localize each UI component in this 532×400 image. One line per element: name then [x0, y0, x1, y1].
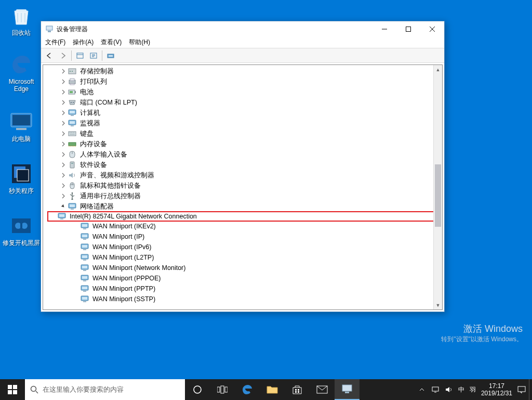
- tree-device-item[interactable]: WAN Miniport (PPTP): [72, 283, 442, 294]
- svg-rect-59: [83, 260, 86, 261]
- tray-clock[interactable]: 17:17 2019/12/31: [481, 382, 512, 397]
- menubar: 文件(F) 操作(A) 查看(V) 帮助(H): [41, 37, 444, 48]
- tray-network-icon[interactable]: [431, 385, 440, 394]
- tree-device-item[interactable]: WAN Miniport (L2TP): [72, 252, 442, 263]
- svg-rect-65: [83, 280, 86, 281]
- category-label: 人体学输入设备: [79, 150, 128, 159]
- start-button[interactable]: [0, 379, 25, 400]
- scan-button[interactable]: [104, 50, 117, 61]
- scrollbar-thumb[interactable]: [435, 164, 441, 227]
- menu-view[interactable]: 查看(V): [101, 38, 122, 47]
- taskbar-search[interactable]: 在这里输入你要搜索的内容: [25, 379, 185, 400]
- svg-rect-83: [295, 391, 297, 393]
- close-button[interactable]: [420, 21, 444, 37]
- svg-rect-34: [69, 132, 76, 136]
- scroll-down-button[interactable]: ▼: [434, 301, 442, 309]
- chevron-right-icon[interactable]: [60, 88, 67, 96]
- taskbar-device-manager[interactable]: [335, 379, 360, 400]
- svg-rect-68: [83, 291, 86, 292]
- desktop-icon-edge[interactable]: Microsoft Edge: [2, 53, 41, 93]
- tree-device-item[interactable]: Intel(R) 82574L Gigabit Network Connecti…: [47, 211, 442, 222]
- action-center-icon[interactable]: [517, 385, 526, 394]
- chevron-right-icon[interactable]: [60, 182, 67, 189]
- show-hidden-button[interactable]: [74, 50, 86, 61]
- task-view-button[interactable]: [210, 379, 235, 400]
- tree-category[interactable]: 存储控制器: [60, 66, 442, 76]
- desktop-icon-recycle-bin[interactable]: 回收站: [2, 4, 41, 36]
- chevron-right-icon[interactable]: [60, 120, 67, 127]
- svg-rect-47: [60, 218, 63, 220]
- desktop-icon-shutdown-app[interactable]: 秒关程序: [2, 162, 41, 195]
- tree-category[interactable]: 软件设备: [60, 160, 442, 170]
- chevron-right-icon[interactable]: [60, 161, 67, 169]
- tree-category[interactable]: 声音、视频和游戏控制器: [60, 170, 442, 180]
- tray-ime[interactable]: 中: [458, 385, 464, 394]
- desktop-icon-this-pc[interactable]: 此电脑: [2, 110, 41, 143]
- chevron-down-icon[interactable]: [60, 203, 67, 210]
- category-icon: [68, 109, 76, 117]
- tree-category[interactable]: 打印队列: [60, 76, 442, 87]
- tree-device-item[interactable]: WAN Miniport (Network Monitor): [72, 263, 442, 273]
- svg-rect-24: [75, 91, 76, 93]
- back-button[interactable]: [43, 50, 56, 61]
- minimize-button[interactable]: [373, 21, 396, 37]
- tree-category[interactable]: 电池: [60, 87, 442, 97]
- chevron-right-icon[interactable]: [60, 172, 67, 179]
- menu-action[interactable]: 操作(A): [73, 38, 94, 47]
- tree-category[interactable]: 键盘: [60, 128, 442, 139]
- svg-rect-81: [295, 389, 297, 391]
- tree-device-item[interactable]: WAN Miniport (IP): [72, 231, 442, 242]
- tree-device-item[interactable]: WAN Miniport (PPPOE): [72, 273, 442, 283]
- chevron-right-icon[interactable]: [60, 78, 67, 85]
- svg-rect-88: [432, 387, 438, 391]
- chevron-right-icon[interactable]: [60, 140, 67, 148]
- properties-button[interactable]: [87, 50, 100, 61]
- tree-category[interactable]: 鼠标和其他指针设备: [60, 180, 442, 191]
- tray-chevron-icon[interactable]: [418, 385, 426, 394]
- vertical-scrollbar[interactable]: ▲ ▼: [433, 65, 442, 309]
- desktop-icon-fix-blackscreen[interactable]: 修复开机黑屏: [2, 214, 41, 247]
- chevron-right-icon[interactable]: [60, 130, 67, 137]
- tree-category[interactable]: 监视器: [60, 118, 442, 128]
- svg-rect-35: [69, 143, 76, 146]
- taskbar-store[interactable]: [285, 379, 310, 400]
- category-icon: [68, 171, 76, 179]
- menu-help[interactable]: 帮助(H): [129, 38, 150, 47]
- taskbar-mail[interactable]: [310, 379, 335, 400]
- tree-category[interactable]: 内存设备: [60, 139, 442, 149]
- tree-device-item[interactable]: WAN Miniport (IPv6): [72, 242, 442, 252]
- cortana-button[interactable]: [185, 379, 210, 400]
- show-desktop-button[interactable]: [529, 379, 532, 400]
- svg-point-77: [194, 386, 201, 393]
- forward-button[interactable]: [57, 50, 69, 61]
- tree-category[interactable]: 人体学输入设备: [60, 149, 442, 160]
- category-icon: [68, 88, 76, 96]
- scroll-up-button[interactable]: ▲: [434, 65, 442, 74]
- system-tray: 中 羽 17:17 2019/12/31: [415, 379, 529, 400]
- maximize-button[interactable]: [396, 21, 420, 37]
- this-pc-icon: [10, 110, 33, 133]
- device-tree[interactable]: 存储控制器打印队列电池端口 (COM 和 LPT)计算机监视器键盘内存设备人体学…: [43, 65, 442, 309]
- tree-category[interactable]: 通用串行总线控制器: [60, 191, 442, 201]
- chevron-right-icon[interactable]: [60, 68, 67, 75]
- tree-device-item[interactable]: WAN Miniport (SSTP): [72, 294, 442, 304]
- tree-category[interactable]: 计算机: [60, 108, 442, 118]
- tray-volume-icon[interactable]: [445, 385, 453, 394]
- category-icon: [68, 202, 76, 211]
- svg-point-26: [71, 102, 72, 103]
- taskbar-edge[interactable]: [235, 379, 260, 400]
- svg-rect-64: [82, 276, 87, 279]
- chevron-right-icon[interactable]: [60, 99, 67, 106]
- chevron-right-icon[interactable]: [60, 151, 67, 158]
- chevron-right-icon[interactable]: [60, 109, 67, 117]
- category-icon: [68, 140, 76, 148]
- menu-file[interactable]: 文件(F): [45, 38, 65, 47]
- titlebar[interactable]: 设备管理器: [41, 21, 444, 37]
- chevron-right-icon[interactable]: [60, 192, 67, 200]
- tree-category[interactable]: 端口 (COM 和 LPT): [60, 97, 442, 108]
- tray-ime2[interactable]: 羽: [470, 385, 476, 394]
- tree-category-network[interactable]: 网络适配器: [60, 201, 442, 212]
- taskbar-explorer[interactable]: [260, 379, 285, 400]
- tree-device-item[interactable]: WAN Miniport (IKEv2): [72, 221, 442, 231]
- svg-rect-33: [71, 125, 74, 126]
